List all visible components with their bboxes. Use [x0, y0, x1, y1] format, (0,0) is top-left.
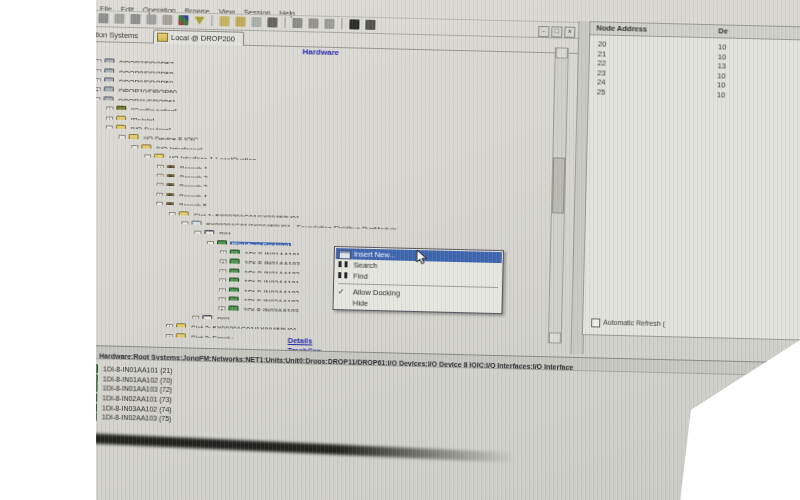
tab-label: Local @ DROP200: [171, 33, 235, 44]
table-cell: 10: [717, 80, 726, 89]
table-cell: 21: [598, 49, 607, 58]
folder-icon: [176, 333, 186, 342]
scroll-up-arrow-icon[interactable]: [556, 47, 568, 58]
mouse-cursor-icon: [416, 249, 428, 265]
table-cell: 22: [597, 58, 606, 67]
node-address-panel: Node Address De 201021102213231024102510…: [582, 21, 800, 340]
select-icon[interactable]: [292, 18, 302, 28]
toolbar-separator: [211, 15, 212, 26]
ovation-developer-studio-window: FileEditOperationBrowseViewSessionHelp -…: [96, 0, 800, 500]
context-item-label: Insert New...: [354, 249, 396, 259]
checkmark-icon: ✓: [338, 288, 348, 295]
table-cell: 10: [718, 52, 727, 61]
table-cell: 10: [718, 42, 727, 51]
run-icon[interactable]: [365, 20, 375, 30]
context-item-label: Search: [353, 260, 377, 270]
device-icon: [96, 412, 97, 421]
scroll-down-arrow-icon[interactable]: [549, 332, 561, 343]
fieldbus-device-list: 1DI-8-IN01AA101 (21)1DI-8-IN01AA102 (70)…: [96, 359, 175, 419]
monitor-bezel: [96, 433, 515, 463]
details-link[interactable]: Details: [288, 336, 313, 346]
context-item-label: Allow Docking: [353, 287, 400, 297]
auto-refresh-row: Automatic Refresh (: [591, 318, 665, 329]
palette-icon[interactable]: [178, 15, 188, 25]
filter-icon[interactable]: [194, 17, 204, 25]
auto-refresh-label: Automatic Refresh (: [603, 319, 665, 328]
table-cell: 10: [717, 71, 726, 80]
binoculars-icon: [338, 261, 347, 267]
list-item-label: 1DI-8-IN02AA103 (75): [100, 414, 174, 423]
table-cell: 13: [717, 61, 726, 70]
paste-icon[interactable]: [162, 15, 172, 25]
binoculars-icon[interactable]: [349, 19, 359, 29]
expander-icon[interactable]: +: [166, 334, 173, 341]
window-controls: -□×: [538, 19, 577, 38]
copy-page-icon[interactable]: [251, 17, 261, 27]
import-folder-icon[interactable]: [235, 17, 245, 27]
close-button[interactable]: ×: [564, 27, 575, 38]
context-item-label: Hide: [353, 298, 369, 307]
systems-tree-label: ation Systems: [96, 30, 138, 40]
column-node-address[interactable]: Node Address: [596, 23, 647, 33]
context-item-label: Find: [353, 271, 368, 280]
copy-icon[interactable]: [146, 14, 156, 24]
table-cell: 24: [597, 77, 606, 86]
delete-icon[interactable]: [308, 18, 318, 28]
refresh-icon[interactable]: [324, 19, 334, 29]
table-cell: 10: [717, 90, 726, 99]
table-cell: 23: [597, 68, 606, 77]
restore-button[interactable]: □: [551, 26, 562, 37]
binoculars-icon: [338, 272, 347, 278]
node-table-rows: 201021102213231024102510: [589, 35, 800, 102]
minimize-button[interactable]: -: [538, 26, 549, 37]
monitor-photo: FileEditOperationBrowseViewSessionHelp -…: [96, 0, 800, 500]
undo-icon[interactable]: [114, 14, 124, 24]
scrollbar-thumb[interactable]: [552, 157, 565, 213]
toolbar-separator: [284, 17, 285, 28]
printer-icon[interactable]: [98, 13, 108, 23]
open-folder-icon[interactable]: [219, 16, 229, 26]
camera-icon[interactable]: [267, 17, 277, 27]
tree-node-label: Slot 3: Empty: [189, 334, 235, 342]
table-cell: 25: [597, 87, 606, 96]
table-cell: 20: [598, 39, 607, 48]
insert-icon: [339, 250, 351, 259]
column-device[interactable]: De: [718, 26, 728, 35]
folder-icon: [157, 32, 168, 41]
toolbar-separator: [341, 18, 342, 29]
auto-refresh-checkbox[interactable]: [591, 318, 600, 327]
list-item[interactable]: 1DI-8-IN02AA103 (75): [96, 407, 174, 419]
cut-icon[interactable]: [130, 14, 140, 24]
